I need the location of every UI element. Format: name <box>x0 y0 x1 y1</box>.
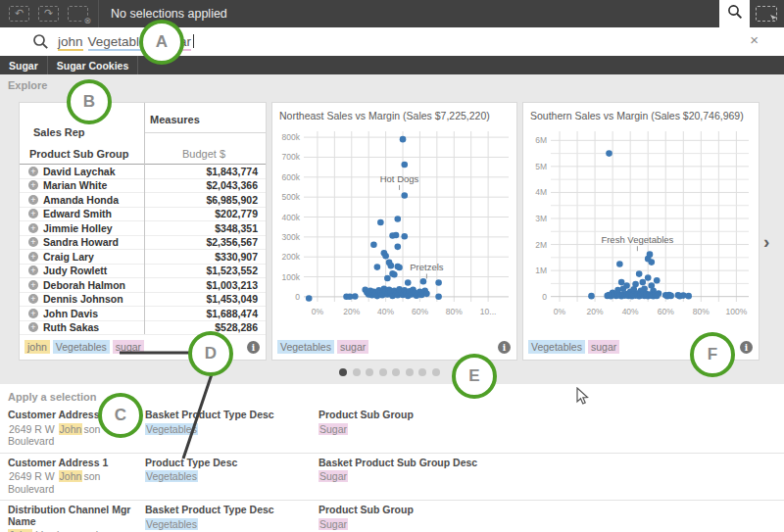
expand-icon[interactable]: + <box>28 322 38 332</box>
pagination-dot[interactable] <box>392 368 400 376</box>
expand-icon[interactable]: + <box>28 223 38 233</box>
budget-value: $2,356,567 <box>148 236 266 248</box>
selection-cell[interactable]: Basket Product Type DescVegetables <box>145 410 318 448</box>
clear-selections-icon[interactable]: ⊗ <box>68 6 88 22</box>
selection-row[interactable]: Customer Address 12649 R W Johnson Boule… <box>0 454 784 502</box>
chevron-right-icon[interactable]: › <box>763 231 769 253</box>
selection-cell[interactable]: Basket Product Type DescVegetables <box>145 505 318 532</box>
search-token-john: john <box>58 34 83 51</box>
table-row[interactable]: +Dennis Johnson$1,453,049 <box>20 293 266 308</box>
sales-rep-name: David Laychak <box>43 166 148 177</box>
expand-icon[interactable]: + <box>28 309 38 318</box>
pagination-dot[interactable] <box>379 368 387 376</box>
svg-text:100k: 100k <box>282 272 301 282</box>
mouse-cursor <box>576 387 589 406</box>
table-row[interactable]: +Sandra Howard$2,356,567 <box>20 236 266 251</box>
chart-title: Southern Sales vs Margin (Sales $20,746,… <box>530 110 744 121</box>
highlighted-term: Sugar <box>318 518 348 530</box>
field-value: Vegetables <box>145 423 318 436</box>
pagination-dot[interactable] <box>353 368 361 376</box>
svg-text:0: 0 <box>542 292 547 302</box>
expand-icon[interactable]: + <box>28 180 38 190</box>
result-card-southern-scatter[interactable]: Southern Sales vs Margin (Sales $20,746,… <box>522 102 760 361</box>
term-tag-vegetables: Vegetables <box>53 340 110 354</box>
field-name: Product Sub Group <box>318 505 784 516</box>
value-text: 2649 R W <box>8 470 59 482</box>
sales-rep-name: Amanda Honda <box>43 194 148 206</box>
explore-section: Explore Sales Rep Measures Product Sub G… <box>0 74 784 384</box>
budget-value: $2,043,366 <box>148 179 266 191</box>
svg-text:4M: 4M <box>535 187 547 197</box>
pagination-dot-active[interactable] <box>339 368 347 376</box>
term-tag-sugar: sugar <box>113 340 144 354</box>
selection-cell[interactable]: Product Type DescVegetables <box>145 458 318 496</box>
pagination-dot[interactable] <box>406 368 414 376</box>
expand-icon[interactable]: + <box>28 195 38 205</box>
budget-value: $6,985,902 <box>148 194 266 206</box>
selection-cell[interactable]: Product Sub GroupSugar <box>318 505 784 532</box>
table-row[interactable]: +Deborah Halmon$1,003,213 <box>20 278 266 293</box>
svg-text:20%: 20% <box>587 307 604 316</box>
svg-text:80%: 80% <box>446 307 463 316</box>
tab-sugar[interactable]: Sugar <box>0 56 48 74</box>
field-value: 2649 R W Johnson Boulevard <box>8 470 145 495</box>
budget-value: $1,523,552 <box>148 265 266 276</box>
tab-sugar-cookies[interactable]: Sugar Cookies <box>48 56 139 74</box>
budget-value: $1,003,213 <box>148 279 266 291</box>
selection-cell[interactable]: Distribution Channel Mgr NameJohn Vandec… <box>8 505 145 532</box>
highlighted-term: Vegetables <box>145 470 198 482</box>
info-icon[interactable]: i <box>247 341 260 354</box>
pagination-dot[interactable] <box>418 368 426 376</box>
table-row[interactable]: +Jimmie Holley$348,351 <box>20 221 266 236</box>
sales-rep-name: Craig Lary <box>43 251 148 263</box>
expand-icon[interactable]: + <box>28 266 38 275</box>
smart-search-button[interactable] <box>719 0 750 27</box>
result-card-table[interactable]: Sales Rep Measures Product Sub Group Bud… <box>19 102 267 361</box>
close-icon[interactable]: × <box>750 32 759 47</box>
term-tag-vegetables: Vegetables <box>277 340 334 354</box>
step-forward-icon[interactable]: ↷ <box>38 6 59 22</box>
northeast-scatter-plot: 0100k200k300k400k500k600k700k800k0%20%40… <box>274 125 514 321</box>
pagination-dot[interactable] <box>366 368 373 376</box>
table-row[interactable]: +Craig Lary$330,907 <box>20 250 266 265</box>
expand-icon[interactable]: + <box>28 280 38 290</box>
selection-cell[interactable]: Product Sub GroupSugar <box>318 410 784 448</box>
svg-text:800k: 800k <box>282 132 301 142</box>
info-icon[interactable]: i <box>740 341 753 354</box>
pagination-dots <box>339 368 445 376</box>
sales-rep-name: Judy Rowlett <box>43 265 148 276</box>
selections-tool-icon[interactable] <box>756 6 777 22</box>
table-row[interactable]: +Amanda Honda$6,985,902 <box>20 193 266 208</box>
budget-value: $348,351 <box>148 222 266 234</box>
selection-cell[interactable]: Basket Product Sub Group DescSugar <box>318 458 784 496</box>
table-row[interactable]: +Marian White$2,043,366 <box>20 179 266 194</box>
svg-text:0%: 0% <box>312 307 324 316</box>
table-row[interactable]: +Edward Smith$202,779 <box>20 208 266 222</box>
sales-rep-name: Edward Smith <box>43 208 148 219</box>
expand-icon[interactable]: + <box>28 237 38 247</box>
pagination-dot[interactable] <box>432 368 440 376</box>
expand-icon[interactable]: + <box>28 167 38 176</box>
southern-scatter-plot: 01M2M3M4M5M6M0%20%40%60%80%100%Fresh Veg… <box>525 125 757 321</box>
info-icon[interactable]: i <box>498 341 511 354</box>
svg-text:20%: 20% <box>343 307 360 316</box>
term-tag-sugar: sugar <box>337 340 368 354</box>
svg-text:0%: 0% <box>554 307 566 316</box>
selection-cell[interactable]: Customer Address 12649 R W Johnson Boule… <box>8 458 145 496</box>
selection-row[interactable]: Distribution Channel Mgr NameJohn Vandec… <box>0 501 784 532</box>
table-row[interactable]: +John Davis$1,688,474 <box>20 307 266 321</box>
svg-text:3M: 3M <box>535 214 547 223</box>
result-card-northeast-scatter[interactable]: Northeast Sales vs Margin (Sales $7,225,… <box>271 102 517 361</box>
expand-icon[interactable]: + <box>28 294 38 304</box>
table-row[interactable]: +Ruth Sakas$528,286 <box>20 321 266 336</box>
step-back-icon[interactable]: ↶ <box>9 6 29 22</box>
top-toolbar: ↶ ↷ ⊗ No selections applied <box>0 0 784 27</box>
table-row[interactable]: +David Laychak$1,843,774 <box>20 165 266 179</box>
expand-icon[interactable]: + <box>28 209 38 218</box>
sales-rep-name: Deborah Halmon <box>43 279 148 291</box>
sales-rep-name: Dennis Johnson <box>43 293 148 305</box>
table-row[interactable]: +Judy Rowlett$1,523,552 <box>20 265 266 279</box>
highlighted-term: Vegetables <box>145 518 198 530</box>
header-divider <box>144 132 266 133</box>
expand-icon[interactable]: + <box>28 252 38 262</box>
